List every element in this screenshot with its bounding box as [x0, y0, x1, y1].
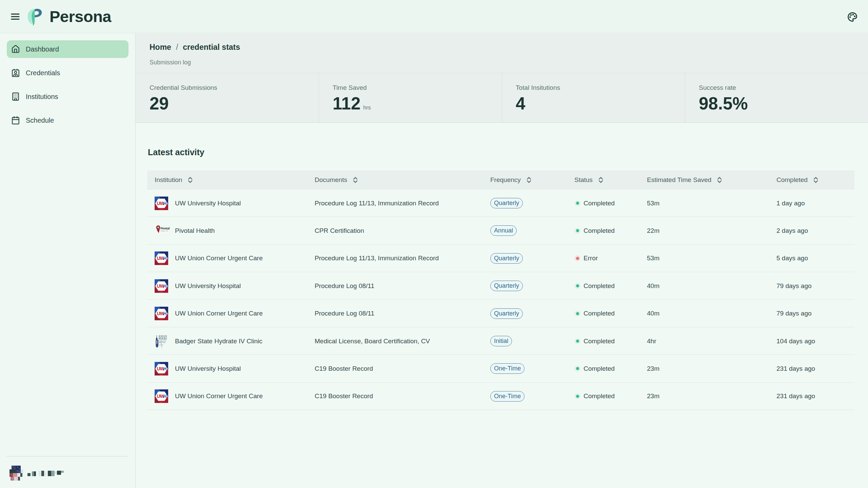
svg-text:H: H	[163, 366, 167, 371]
svg-text:HEALTH: HEALTH	[161, 230, 168, 232]
svg-text:H: H	[163, 394, 167, 399]
svg-text:H: H	[163, 284, 167, 289]
svg-text:H: H	[163, 201, 167, 206]
svg-text:H: H	[163, 256, 167, 261]
svg-text:Pivotal: Pivotal	[161, 226, 170, 230]
svg-text:H: H	[163, 311, 167, 316]
